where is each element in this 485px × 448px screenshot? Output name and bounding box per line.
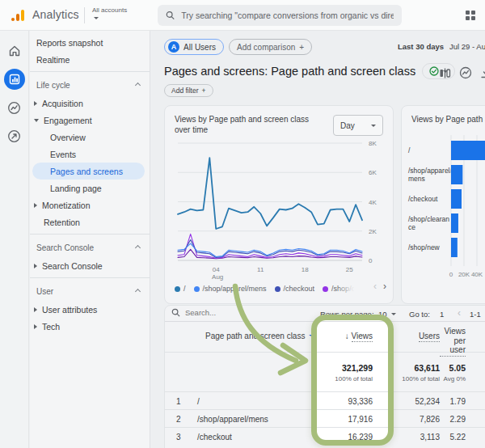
table-search-input[interactable] <box>185 308 274 317</box>
nav-label: Reports snapshot <box>36 38 103 48</box>
chevron-down-icon <box>94 17 99 19</box>
nav-landing-page[interactable]: Landing page <box>30 180 150 197</box>
all-users-label: All Users <box>183 43 216 52</box>
table-header-row: Page path and screen class + ↓ Views Use… <box>165 322 485 353</box>
date-range-picker[interactable]: Last 30 daysJul 29 - Aug 27, 2022 <box>398 42 485 51</box>
nav-section-search-console[interactable]: Search Console <box>30 238 150 257</box>
svg-text:18: 18 <box>302 266 309 273</box>
total-users-sub: 100% of total <box>402 375 440 382</box>
total-views-sub: 100% of total <box>335 375 373 382</box>
chevron-right-icon <box>34 101 37 106</box>
total-views-per-user: 5.05 <box>444 363 466 373</box>
column-users[interactable]: Users <box>419 332 440 340</box>
column-views[interactable]: ↓ Views <box>345 332 373 340</box>
column-dimension-label: Page path and screen class <box>205 332 305 340</box>
nav-user-attributes[interactable]: User attributes <box>30 301 150 318</box>
search-icon <box>171 308 180 317</box>
chevron-up-icon <box>135 288 141 294</box>
top-bar: Analytics All accounts <box>0 0 485 31</box>
share-icon[interactable] <box>480 67 485 79</box>
add-comparison-label: Add comparison <box>237 43 295 52</box>
reports-icon[interactable] <box>4 69 25 90</box>
chevron-right-icon <box>34 203 37 208</box>
nav-rail <box>0 31 29 448</box>
table-search[interactable] <box>171 308 274 317</box>
bar-chart-title: Views by Page path and screen class <box>411 114 485 125</box>
apps-grid-icon[interactable] <box>466 11 475 20</box>
add-filter-chip[interactable]: Add filter + <box>164 84 213 97</box>
explore-icon[interactable] <box>4 97 25 118</box>
analytics-logo-icon[interactable] <box>11 8 27 23</box>
chevron-right-icon <box>34 307 37 312</box>
row-views: 17,916 <box>348 415 373 424</box>
nav-section-user[interactable]: User <box>30 281 150 301</box>
legend-prev-icon[interactable]: ‹ <box>373 281 377 292</box>
chevron-down-icon <box>34 119 39 122</box>
nav-search-console[interactable]: Search Console <box>30 257 150 274</box>
brand-title: Analytics <box>32 8 79 21</box>
svg-text:4K: 4K <box>369 199 377 206</box>
home-icon[interactable] <box>4 40 25 61</box>
bar-chart-card: Views by Page path and screen class / /s… <box>401 105 485 304</box>
line-chart-title: Views by Page path and screen class over… <box>175 114 316 135</box>
total-views: 321,299 <box>335 363 373 373</box>
goto-page-input[interactable]: 1 <box>440 310 444 319</box>
row-index: 1 <box>176 397 181 406</box>
chevron-down-icon <box>371 125 376 127</box>
nav-divider <box>30 234 150 235</box>
legend-label: / <box>183 285 186 293</box>
svg-text:Aug: Aug <box>212 273 223 281</box>
interval-select[interactable]: Day <box>333 115 383 136</box>
nav-engagement[interactable]: Engagement <box>30 112 150 129</box>
global-search[interactable] <box>158 5 402 26</box>
nav-overview[interactable]: Overview <box>30 129 150 146</box>
comparison-icon[interactable] <box>439 67 451 79</box>
column-dimension[interactable]: Page path and screen class <box>205 332 314 340</box>
all-users-chip[interactable]: A All Users <box>164 39 224 55</box>
legend-item[interactable]: /shop/apparel/mens <box>194 285 267 293</box>
nav-acquisition[interactable]: Acquisition <box>30 95 150 112</box>
chevron-right-icon <box>34 264 37 268</box>
account-picker[interactable]: All accounts <box>92 6 127 21</box>
global-search-input[interactable] <box>181 11 394 20</box>
rows-per-page-select[interactable]: 10 <box>378 310 396 319</box>
table-row[interactable]: 2 /shop/apparel/mens 17,916 7,826 2.29 <box>165 409 485 427</box>
sort-desc-icon: ↓ <box>345 332 349 340</box>
svg-text:2K: 2K <box>369 228 377 235</box>
row-views-per-user: 1.79 <box>450 397 466 406</box>
legend-label: /checkout <box>284 285 315 293</box>
nav-pages-and-screens[interactable]: Pages and screens <box>32 163 145 180</box>
table-totals-row: 321,299100% of total 63,611100% of total… <box>165 353 485 391</box>
nav-tech[interactable]: Tech <box>30 318 150 335</box>
nav-label: Search Console <box>42 261 103 271</box>
topbar-divider <box>84 7 85 23</box>
nav-realtime[interactable]: Realtime <box>30 51 150 68</box>
nav-divider <box>30 71 150 72</box>
insights-icon[interactable] <box>459 66 472 79</box>
nav-reports-snapshot[interactable]: Reports snapshot <box>30 34 150 51</box>
nav-events[interactable]: Events <box>30 146 150 163</box>
table-row[interactable]: 1 / 93,336 52,234 1.79 <box>165 391 485 409</box>
series-color-dot <box>323 286 328 292</box>
row-users: 52,234 <box>415 397 440 406</box>
add-column-button[interactable]: + <box>309 329 315 341</box>
table-toolbar: Rows per page: 10 Go to: 1 ‹ 1-1 <box>165 306 485 322</box>
advertising-icon[interactable] <box>4 125 25 146</box>
total-views-per-user-sub: Avg 0% <box>444 375 466 382</box>
segment-avatar: A <box>168 41 179 53</box>
legend-item[interactable]: /checkout <box>275 285 315 293</box>
row-page-path: /shop/apparel/mens <box>197 415 268 424</box>
nav-retention[interactable]: Retention <box>30 213 150 230</box>
page-info: 1-1 <box>470 310 481 319</box>
legend-next-icon[interactable]: › <box>383 281 386 292</box>
row-views: 16,239 <box>348 433 373 442</box>
table-row[interactable]: 3 /checkout 16,239 3,113 5.22 <box>165 427 485 445</box>
legend-item[interactable]: / <box>175 285 186 293</box>
chevron-down-icon <box>391 313 396 315</box>
add-comparison-chip[interactable]: Add comparison + <box>229 39 312 55</box>
nav-monetization[interactable]: Monetization <box>30 197 150 213</box>
svg-text:0: 0 <box>449 271 453 278</box>
row-views-per-user: 5.22 <box>450 433 466 442</box>
page-prev-icon[interactable]: ‹ <box>458 307 461 319</box>
nav-section-life-cycle[interactable]: Life cycle <box>30 75 150 95</box>
